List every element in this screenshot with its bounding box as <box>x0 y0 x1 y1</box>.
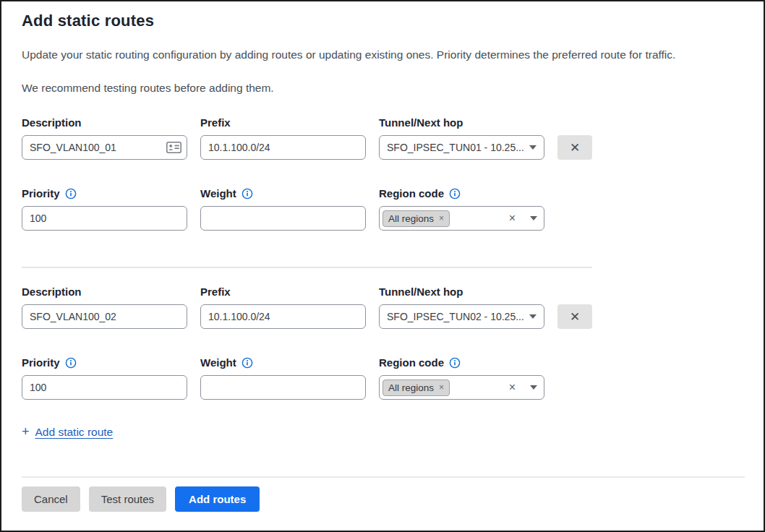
dialog-footer: Cancel Test routes Add routes <box>22 476 745 512</box>
region-tag-label: All regions <box>388 382 434 393</box>
add-static-routes-dialog: Add static routes Update your static rou… <box>0 0 765 532</box>
prefix-field-2: Prefix <box>200 286 366 329</box>
chevron-down-icon <box>529 314 537 319</box>
weight-label: Weight <box>200 187 236 200</box>
clear-selection-icon[interactable]: × <box>509 382 516 393</box>
tunnel-selected-value: SFO_IPSEC_TUN02 - 10.25... <box>387 311 523 322</box>
chevron-down-icon <box>530 216 537 220</box>
prefix-field-1: Prefix <box>200 116 366 160</box>
description-field-1: Description <box>22 116 187 160</box>
footer-divider <box>22 476 745 478</box>
description-field-2: Description <box>22 286 187 329</box>
add-static-route-label: Add static route <box>35 426 114 439</box>
region-code-field-2: Region code All regions × <box>379 356 544 400</box>
tunnel-next-hop-label: Tunnel/Next hop <box>379 116 544 129</box>
description-input[interactable] <box>22 304 187 329</box>
prefix-input[interactable] <box>200 304 366 329</box>
info-icon[interactable] <box>449 188 461 200</box>
description-label: Description <box>22 286 187 298</box>
info-icon[interactable] <box>242 357 253 369</box>
tunnel-selected-value: SFO_IPSEC_TUN01 - 10.25... <box>387 142 523 153</box>
route-group-divider <box>22 267 592 268</box>
tunnel-field-2: Tunnel/Next hop SFO_IPSEC_TUN02 - 10.25.… <box>379 286 544 329</box>
clear-selection-icon[interactable]: × <box>509 213 516 224</box>
test-routes-button[interactable]: Test routes <box>89 486 166 512</box>
cancel-button[interactable]: Cancel <box>22 486 80 512</box>
region-code-multiselect[interactable]: All regions × × <box>379 206 544 231</box>
info-icon[interactable] <box>65 357 77 369</box>
info-icon[interactable] <box>65 188 77 200</box>
weight-field-2: Weight <box>200 356 366 400</box>
route-group-2: Description Prefix Tunnel/Next hop SFO_I… <box>22 286 743 400</box>
tag-remove-icon[interactable]: × <box>439 383 444 392</box>
region-code-multiselect[interactable]: All regions × × <box>379 375 544 400</box>
region-code-label: Region code <box>379 356 444 369</box>
tunnel-select[interactable]: SFO_IPSEC_TUN02 - 10.25... <box>379 304 544 329</box>
region-tag: All regions × <box>382 379 450 396</box>
tunnel-field-1: Tunnel/Next hop SFO_IPSEC_TUN01 - 10.25.… <box>379 116 544 160</box>
plus-icon: + <box>22 424 30 439</box>
add-routes-button[interactable]: Add routes <box>175 486 260 512</box>
add-static-route-link[interactable]: + Add static route <box>22 424 113 439</box>
region-code-field-1: Region code All regions × <box>379 187 544 231</box>
intro-text: Update your static routing configuration… <box>22 48 743 61</box>
remove-route-button[interactable]: ✕ <box>557 304 592 329</box>
priority-field-1: Priority <box>22 187 187 231</box>
contact-card-autofill-icon[interactable] <box>166 142 181 153</box>
priority-input[interactable] <box>22 375 187 400</box>
prefix-label: Prefix <box>200 286 366 298</box>
close-icon: ✕ <box>570 309 580 325</box>
priority-input[interactable] <box>22 206 187 231</box>
recommendation-text: We recommend testing routes before addin… <box>22 82 743 95</box>
weight-field-1: Weight <box>200 187 366 231</box>
region-code-label: Region code <box>379 187 444 200</box>
remove-route-button[interactable]: ✕ <box>557 135 592 160</box>
tunnel-next-hop-label: Tunnel/Next hop <box>379 286 544 298</box>
weight-label: Weight <box>200 356 236 369</box>
description-input[interactable] <box>22 135 187 160</box>
info-icon[interactable] <box>242 188 253 200</box>
region-tag-label: All regions <box>388 213 434 224</box>
priority-label: Priority <box>22 187 60 200</box>
weight-input[interactable] <box>200 206 366 231</box>
tag-remove-icon[interactable]: × <box>439 214 444 223</box>
region-tag: All regions × <box>382 210 450 227</box>
chevron-down-icon <box>529 145 537 150</box>
weight-input[interactable] <box>200 375 366 400</box>
info-icon[interactable] <box>449 357 461 369</box>
route-group-1: Description Prefix <box>22 116 743 231</box>
priority-label: Priority <box>22 356 60 369</box>
priority-field-2: Priority <box>22 356 187 400</box>
tunnel-select[interactable]: SFO_IPSEC_TUN01 - 10.25... <box>379 135 544 160</box>
prefix-label: Prefix <box>200 116 366 129</box>
description-label: Description <box>22 116 187 129</box>
page-title: Add static routes <box>22 12 743 30</box>
prefix-input[interactable] <box>200 135 366 160</box>
close-icon: ✕ <box>570 140 580 155</box>
chevron-down-icon <box>530 385 537 390</box>
